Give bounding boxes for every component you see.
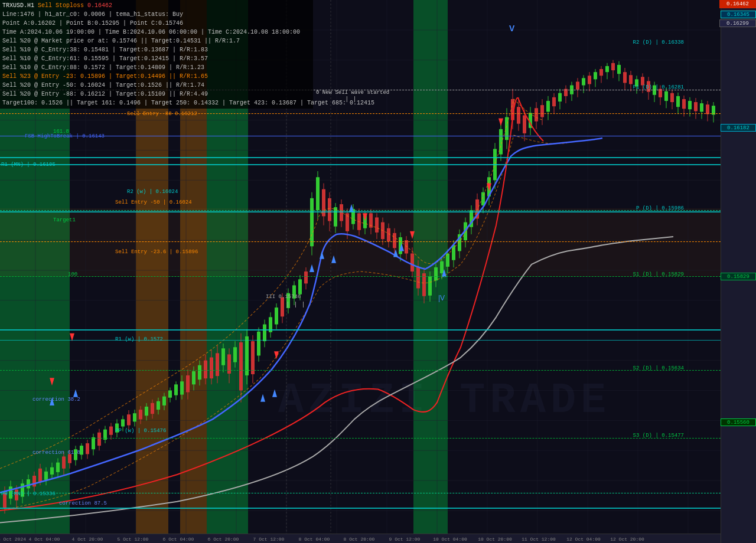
svg-marker-277 xyxy=(320,251,324,259)
svg-marker-278 xyxy=(331,256,336,263)
sell-entry-3: Sell %10 @ C_Entry:88: 0.1572 | Target:0… xyxy=(2,63,311,72)
correction-38-label: correction 38.2 xyxy=(32,397,80,403)
r2w-label: R2 (w) | 0.16024 xyxy=(127,189,178,195)
s3d-line xyxy=(0,438,721,439)
s1d-label-right: S1 (D) | 0.15829 xyxy=(633,272,684,277)
stoploss-price-bar: 0.16462 xyxy=(719,0,756,8)
time-label-10: 10 Oct 04:00 xyxy=(433,537,467,542)
time-label-12: 11 Oct 12:00 xyxy=(522,537,556,542)
svg-text:V: V xyxy=(509,24,515,33)
correction-61-label: correction 61.8 xyxy=(32,450,80,456)
fsb-line xyxy=(0,136,721,136)
point-info: Point A:0.16202 | Point B:0.15295 | Poin… xyxy=(2,19,311,28)
candles-early xyxy=(3,60,715,513)
fib-100-label: 100 xyxy=(68,272,77,277)
time-label-14: 12 Oct 20:00 xyxy=(610,537,644,542)
s1d-line xyxy=(0,276,721,277)
time-label-2: 4 Oct 20:00 xyxy=(72,537,103,542)
info-panel: TRXUSD.H1 Sell Stoploss 0.16462 Line:147… xyxy=(0,0,313,109)
price-axis: 0.16462 0.16345 0.16299 0.15560 0.16182 … xyxy=(721,0,756,543)
svg-marker-284 xyxy=(50,378,54,385)
time-label-4: 6 Oct 04:00 xyxy=(163,537,194,542)
svg-marker-275 xyxy=(260,394,265,402)
time-label-7: 8 Oct 04:00 xyxy=(299,537,330,542)
svg-text:| | |: | | | xyxy=(286,301,305,308)
chart-container: AZIZI TRADE TRXUSD.H1 Sell Stoploss 0.16… xyxy=(0,0,756,543)
fib-161-label: 161.8 xyxy=(53,129,69,135)
current-price-bar: 0.16299 xyxy=(719,19,756,27)
sell-entry-2: Sell %10 @ C_Entry:61: 0.15595 | Target:… xyxy=(2,54,311,63)
p-d-line xyxy=(0,210,721,211)
svg-marker-280 xyxy=(393,249,398,257)
svg-marker-288 xyxy=(410,231,415,239)
svg-marker-286 xyxy=(274,351,279,359)
r1w-label: R1 (w) | 0.1572 xyxy=(115,336,163,342)
time-label-5: 6 Oct 20:00 xyxy=(208,537,239,542)
sell-entry-23-label: Sell Entry -23.6 | 0.15896 xyxy=(115,249,198,255)
svg-marker-283 xyxy=(309,264,314,272)
time-info: Time A:2024.10.06 19:00:00 | Time B:2024… xyxy=(2,28,311,37)
sell-entry-23-line xyxy=(0,241,721,242)
sell-entry-4: Sell %23 @ Entry -23: 0.15896 | Target:0… xyxy=(2,73,208,80)
sell-entry-1: Sell %10 @ C_Entry:38: 0.15481 | Target:… xyxy=(2,45,311,54)
sell-entry-88-line xyxy=(0,113,721,114)
r1w-line xyxy=(0,340,721,341)
pr-mn-line xyxy=(0,493,721,493)
cyan-line-bottom xyxy=(0,508,721,509)
sell-entry-6: Sell %20 @ Entry -88: 0.16212 | Target:0… xyxy=(2,90,311,99)
highlighted-price: 0.16345 xyxy=(721,11,756,18)
f1d-price-bar: 0.16182 xyxy=(721,124,756,132)
s3d-label-right: S3 (D) | 0.15477 xyxy=(633,433,684,439)
stoploss-value: 0.16462 xyxy=(87,2,112,9)
time-label-9: 9 Oct 12:00 xyxy=(389,537,421,542)
r1mn-label: R1 (MN) | 0.16105 xyxy=(1,162,56,168)
target1-label: Target1 xyxy=(53,217,76,223)
time-label-1: 4 Oct 04:00 xyxy=(29,537,60,542)
f1d-label: F1 (D) | 0.16281 xyxy=(633,84,684,90)
time-label-13: 12 Oct 04:00 xyxy=(566,537,601,542)
time-label-6: 7 Oct 12:00 xyxy=(253,537,285,542)
time-label-8: 8 Oct 20:00 xyxy=(344,537,375,542)
cyan-line-1 xyxy=(0,157,721,158)
svg-text:|V: |V xyxy=(438,294,445,302)
r2w-line xyxy=(0,211,721,212)
sell-entry-5: Sell %20 @ Entry -50: 0.16024 | Target:0… xyxy=(2,81,311,90)
prmn-label: PR (MN) | 0.15336 xyxy=(1,491,56,497)
sell-entry-88-label: Sell Entry -88 0.16212 xyxy=(127,111,197,117)
s1d-price-bar: 0.15829 xyxy=(721,273,756,280)
green-price-bar: 0.15560 xyxy=(721,418,756,426)
time-label-0: 3 Oct 2024 xyxy=(0,537,26,542)
stoploss-label: Sell Stoploss xyxy=(38,2,84,9)
sell-at-label: III 0.15746 xyxy=(266,294,301,300)
sell-entry-50-label: Sell Entry -50 | 0.16024 xyxy=(115,199,192,205)
symbol-label: TRXUSD.H1 xyxy=(2,2,34,9)
r1-mn-line xyxy=(0,164,721,165)
time-label-3: 5 Oct 12:00 xyxy=(118,537,149,542)
sell-entry-7: Target100: 0.1526 || Target 161: 0.1496 … xyxy=(2,99,311,107)
s2d-line xyxy=(0,370,721,371)
new-sell-wave-label: 0 New Sell wave started xyxy=(316,90,389,96)
s2d-label-right: S2 (D) | 0.15634 xyxy=(633,365,684,371)
sell-entry-0: Sell %20 @ Market price or at: 0.15746 |… xyxy=(2,37,311,45)
ppw-label: PP (w) | 0.15476 xyxy=(115,428,166,434)
cyan-line-lower xyxy=(0,329,721,331)
svg-marker-290 xyxy=(498,118,503,126)
time-label-11: 10 Oct 20:00 xyxy=(478,537,512,542)
line-info: Line:1476 | h1_atr_c0: 0.0006 | tema_h1_… xyxy=(2,10,311,19)
correction-87-label: correction 87.5 xyxy=(59,501,107,506)
r2d-label: R2 (D) | 0.16338 xyxy=(633,40,684,45)
time-axis: 3 Oct 2024 4 Oct 04:00 4 Oct 20:00 5 Oct… xyxy=(0,534,721,543)
pd-label: P (D) | 0.15986 xyxy=(636,205,684,211)
